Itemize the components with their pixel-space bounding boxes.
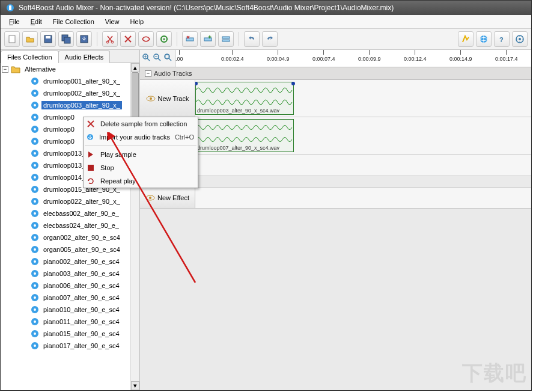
menu-view[interactable]: View <box>100 16 124 27</box>
scroll-down-button[interactable]: ▾ <box>131 381 139 390</box>
audio-clip[interactable]: drumloop003_alter_90_x_sc4.wav <box>195 82 294 115</box>
delete-button[interactable] <box>120 31 136 47</box>
tree-item[interactable]: drumloop002_alter_90_x_ <box>1 87 139 99</box>
track-body[interactable] <box>195 155 531 176</box>
tree-item-label: drumloop0 <box>41 113 76 121</box>
svg-rect-1 <box>9 5 11 10</box>
trim-button[interactable] <box>138 31 154 47</box>
tree-item[interactable]: piano015_alter_90_e_sc4 <box>1 328 139 340</box>
scroll-up-button[interactable]: ▴ <box>131 63 139 72</box>
open-project-button[interactable] <box>22 31 38 47</box>
tree-item[interactable]: piano010_alter_90_e_sc4 <box>1 304 139 316</box>
menu-edit[interactable]: Edit <box>26 16 47 27</box>
tree-item[interactable]: piano011_alter_90_e_sc4 <box>1 316 139 328</box>
timeline-tick: 0:00:09.9 <box>358 50 381 67</box>
svg-point-30 <box>34 128 36 130</box>
mixer-button[interactable] <box>218 31 234 47</box>
svg-point-22 <box>34 80 36 82</box>
tab-files-collection[interactable]: Files Collection <box>1 51 59 63</box>
main-toolbar: ? <box>1 29 531 50</box>
tree-item[interactable]: drumloop003_alter_90_x_ <box>1 99 139 111</box>
audio-file-icon <box>31 101 39 109</box>
effect-body[interactable] <box>195 188 531 208</box>
tree-item-label: drumloop001_alter_90_x_ <box>41 77 122 85</box>
track-label-text: New Track <box>158 95 189 102</box>
tab-audio-effects[interactable]: Audio Effects <box>58 51 111 63</box>
tree-item-label: piano017_alter_90_e_sc4 <box>41 341 121 350</box>
track-body[interactable]: drumloop003_alter_90_x_sc4.wav <box>195 80 531 117</box>
svg-point-72 <box>150 97 152 100</box>
web-button[interactable] <box>476 31 492 47</box>
collapse-icon[interactable]: − <box>145 70 151 77</box>
undo-button[interactable] <box>244 31 260 47</box>
menu-help[interactable]: Help <box>125 16 148 27</box>
toolbar-separator <box>97 32 97 46</box>
tree-item-label: piano015_alter_90_e_sc4 <box>41 329 121 338</box>
scroll-thumb[interactable] <box>132 72 139 120</box>
window-title: Soft4Boost Audio Mixer - Non-activated v… <box>19 4 394 12</box>
svg-line-81 <box>110 136 195 283</box>
remove-track-button[interactable] <box>182 31 198 47</box>
delete-icon <box>86 120 96 127</box>
add-track-button[interactable] <box>200 31 216 47</box>
tree-item[interactable]: drumloop001_alter_90_x_ <box>1 75 139 87</box>
import-icon <box>86 133 94 141</box>
svg-point-28 <box>34 116 36 118</box>
svg-point-32 <box>34 140 36 142</box>
track-row: New Track drumloop003_alter_90_x_sc4.wav <box>140 80 531 117</box>
settings-button[interactable] <box>156 31 172 47</box>
help-button[interactable]: ? <box>494 31 510 47</box>
eye-icon <box>146 95 156 102</box>
clip-filename: drumloop003_alter_90_x_sc4.wav <box>197 108 279 114</box>
svg-point-24 <box>34 92 36 94</box>
menu-file-collection[interactable]: File Collection <box>48 16 99 27</box>
about-button[interactable] <box>512 31 528 47</box>
zoom-fit-button[interactable] <box>163 53 173 64</box>
svg-rect-14 <box>222 37 230 38</box>
tree-item-label: drumloop0 <box>41 137 76 145</box>
zoom-in-button[interactable] <box>142 53 151 64</box>
timeline-tick: 0:00:17.4 <box>495 50 518 67</box>
redo-button[interactable] <box>262 31 278 47</box>
ctx-delete-sample[interactable]: Delete sample from collection <box>84 117 198 130</box>
expand-icon[interactable]: − <box>2 66 8 73</box>
tree-item-label: drumloop003_alter_90_x_ <box>41 101 122 109</box>
track-header[interactable]: New Track <box>140 80 195 117</box>
audio-file-icon <box>31 77 39 85</box>
new-project-button[interactable] <box>4 31 20 47</box>
zoom-out-button[interactable] <box>153 53 162 64</box>
tree-item-label: piano007_alter_90_e_sc4 <box>41 293 121 302</box>
audio-file-icon <box>31 293 39 302</box>
svg-point-50 <box>34 248 36 251</box>
menu-file[interactable]: File <box>4 16 25 27</box>
export-button[interactable] <box>76 31 92 47</box>
svg-point-64 <box>34 332 36 335</box>
audio-tracks-header[interactable]: − Audio Tracks <box>140 67 531 80</box>
svg-point-34 <box>34 152 36 155</box>
waveform-icon <box>196 122 294 133</box>
waveform-icon <box>196 85 294 96</box>
timeline-tick: .00 <box>175 50 183 67</box>
track-body[interactable]: drumloop007_alter_90_x_sc4.wav <box>195 117 531 154</box>
svg-rect-2 <box>9 35 15 43</box>
stop-icon <box>86 165 96 171</box>
app-window: Soft4Boost Audio Mixer - Non-activated v… <box>0 0 532 391</box>
activate-button[interactable] <box>458 31 474 47</box>
cut-button[interactable] <box>102 31 118 47</box>
tree-item-label: drumloop002_alter_90_x_ <box>41 89 122 97</box>
svg-point-52 <box>34 260 36 263</box>
audio-file-icon <box>31 113 39 121</box>
tree-item[interactable]: piano007_alter_90_e_sc4 <box>1 292 139 304</box>
timeline-ruler[interactable]: .000:00:02.40:00:04.90:00:07.40:00:09.90… <box>175 50 531 67</box>
audio-file-icon <box>31 149 39 158</box>
audio-file-icon <box>31 329 39 338</box>
svg-point-66 <box>34 345 36 347</box>
toolbar-separator <box>239 32 239 46</box>
audio-file-icon <box>31 137 39 145</box>
save-button[interactable] <box>40 31 56 47</box>
svg-point-40 <box>34 188 36 191</box>
repeat-icon <box>86 177 96 185</box>
tree-item[interactable]: piano017_alter_90_e_sc4 <box>1 340 139 352</box>
tree-folder[interactable]: −Alternative <box>1 63 139 75</box>
save-as-button[interactable] <box>58 31 74 47</box>
